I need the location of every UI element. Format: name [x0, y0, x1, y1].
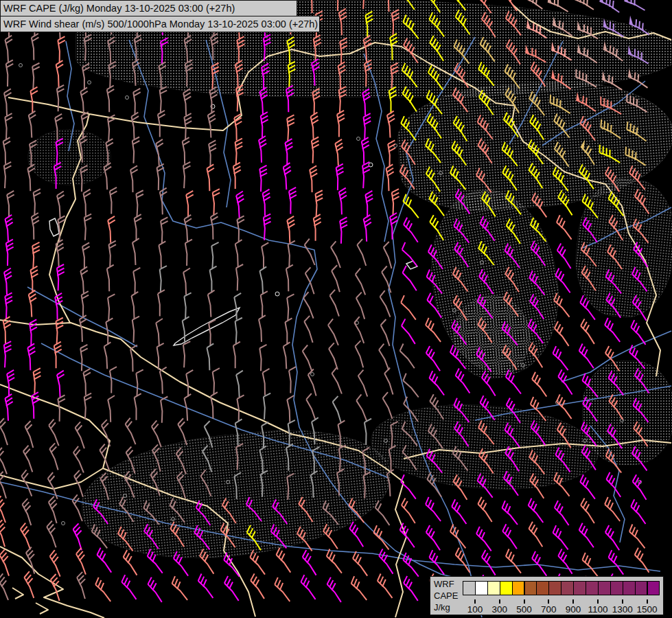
wind-barb	[478, 396, 500, 420]
wind-barb	[354, 268, 372, 295]
wind-barb	[388, 140, 397, 166]
wind-barb	[79, 136, 89, 163]
wind-barb	[424, 449, 447, 473]
wind-barb	[28, 111, 39, 138]
wind-barb	[627, 524, 650, 548]
wind-barb	[428, 215, 449, 240]
wind-barb	[392, 189, 400, 215]
wind-barb	[58, 395, 67, 421]
wind-barb	[603, 269, 626, 293]
wind-barb	[210, 213, 220, 240]
legend-tick	[597, 599, 599, 604]
wind-barb	[106, 86, 116, 113]
wind-barb	[361, 137, 371, 164]
wind-barb	[502, 64, 525, 88]
wind-barb	[337, 469, 347, 496]
wind-barb	[25, 547, 41, 574]
wind-barb	[424, 269, 447, 293]
wind-barb	[184, 36, 195, 62]
wind-barb	[599, 71, 625, 90]
wind-barb	[571, 0, 597, 10]
wind-barb	[176, 472, 192, 499]
wind-barb	[424, 497, 446, 521]
wind-barb	[529, 218, 551, 242]
wind-barb	[365, 191, 375, 218]
wind-barb	[362, 0, 371, 9]
wind-barb	[287, 37, 297, 64]
wind-barb	[480, 192, 501, 217]
wind-barb	[183, 162, 192, 188]
wind-barb	[248, 573, 270, 599]
wind-barb	[295, 527, 318, 551]
wind-barb	[31, 34, 40, 60]
wind-barb	[452, 474, 473, 500]
wind-barb	[183, 268, 193, 295]
wind-barb	[401, 194, 424, 218]
wind-barb	[547, 95, 573, 113]
map-title-block: WRF CAPE (J/kg) Monday 13-10-2025 03:00 …	[0, 0, 320, 32]
wind-barb	[233, 342, 242, 369]
wind-barb	[81, 112, 90, 138]
wind-barb	[480, 371, 501, 396]
wind-barb	[22, 446, 39, 472]
wind-barb	[47, 496, 63, 523]
wind-barb	[236, 264, 244, 290]
wind-barb	[161, 38, 169, 64]
wind-barb	[401, 266, 423, 290]
wind-barb	[106, 318, 115, 345]
wind-barb	[54, 163, 63, 190]
legend-tick	[572, 599, 574, 604]
wind-barb	[104, 342, 115, 369]
legend-tick	[499, 599, 500, 604]
wind-barb	[356, 239, 372, 266]
wind-barb	[288, 241, 296, 267]
wind-barb	[502, 423, 525, 447]
wind-barb	[321, 524, 343, 549]
wind-barb	[259, 165, 268, 192]
wind-barb	[601, 18, 627, 36]
wind-barb	[424, 139, 446, 163]
wind-barb	[132, 137, 141, 163]
wind-barb	[5, 113, 13, 139]
wind-barb	[196, 573, 219, 597]
wind-barb	[117, 497, 139, 522]
wind-barb	[131, 292, 141, 319]
wind-barb	[124, 418, 142, 444]
wind-barb	[633, 369, 655, 393]
wind-barb	[3, 89, 14, 115]
wind-barb	[603, 497, 625, 521]
wind-barb	[451, 267, 474, 291]
wind-barb	[134, 393, 143, 420]
wind-barb	[382, 392, 399, 419]
wind-barb	[627, 345, 650, 369]
wind-barb	[4, 162, 12, 188]
wind-barb	[556, 549, 578, 573]
wind-barb	[527, 450, 550, 474]
wind-barb	[183, 89, 193, 115]
wind-barb	[528, 473, 550, 498]
wind-barb	[335, 139, 346, 166]
wind-barb	[575, 21, 601, 38]
wind-barb	[45, 520, 62, 547]
wind-barb	[425, 293, 447, 318]
wind-barb	[327, 319, 345, 345]
wind-barb	[606, 550, 629, 574]
wind-barb	[56, 371, 67, 398]
wind-barb	[27, 164, 38, 191]
wind-barb	[598, 119, 624, 139]
wind-barb	[477, 269, 499, 294]
wind-barb	[285, 318, 294, 345]
wind-barb	[553, 321, 575, 346]
wind-barb	[58, 36, 67, 62]
wind-barb	[363, 472, 371, 498]
wind-barb	[184, 215, 195, 242]
wind-barb	[363, 215, 374, 242]
title-line-cape: WRF CAPE (J/kg) Monday 13-10-2025 03:00 …	[0, 0, 297, 16]
wind-barb	[236, 444, 244, 470]
wind-barb	[528, 115, 550, 139]
wind-barb	[132, 59, 143, 86]
wind-barb	[157, 164, 165, 190]
wind-barb	[452, 422, 474, 446]
legend-color-cell	[512, 581, 525, 595]
wind-barb	[27, 343, 38, 370]
